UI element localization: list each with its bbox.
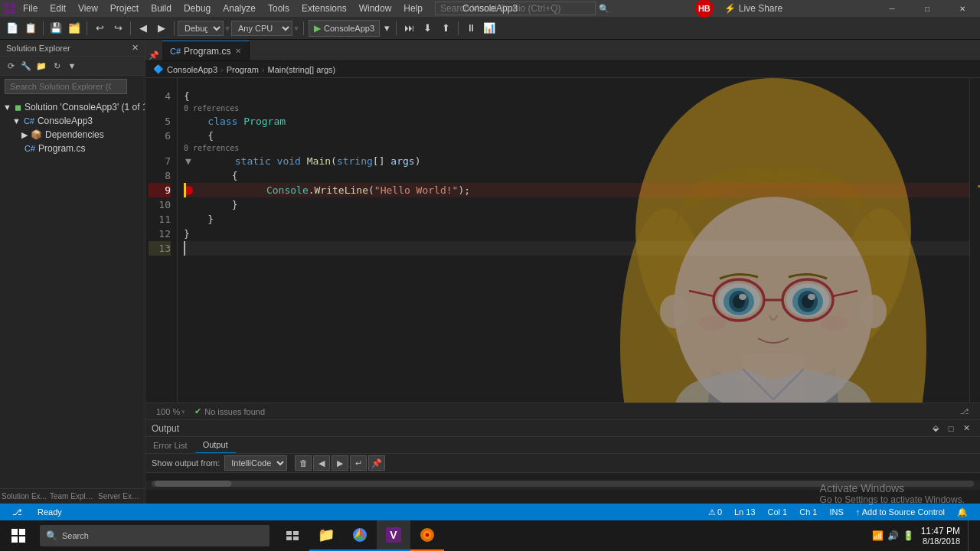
- sidebar-close-btn[interactable]: ✕: [132, 43, 139, 53]
- scrollbar-thumb[interactable]: [155, 481, 231, 487]
- code-line-13[interactable]: [184, 241, 980, 256]
- status-ins[interactable]: INS: [823, 507, 849, 517]
- git-icon-area[interactable]: ⎇: [956, 407, 974, 416]
- network-icon[interactable]: 📶: [871, 520, 886, 551]
- programcs-label: Program.cs: [38, 143, 85, 154]
- menu-view[interactable]: View: [72, 0, 104, 17]
- menu-window[interactable]: Window: [353, 0, 398, 17]
- right-scrollbar[interactable]: [969, 78, 980, 403]
- status-col[interactable]: Col 1: [762, 507, 794, 517]
- solution-explorer-search[interactable]: [5, 79, 127, 94]
- breakpoints-btn[interactable]: ⏸: [462, 20, 479, 37]
- run-button[interactable]: ▶ ConsoleApp3: [309, 20, 380, 37]
- search-icon[interactable]: 🔍: [599, 4, 609, 14]
- undo-btn[interactable]: ↩: [91, 20, 108, 37]
- start-button[interactable]: [0, 520, 37, 551]
- step-over-btn[interactable]: ⏭: [400, 20, 417, 37]
- refresh-btn[interactable]: ↻: [49, 58, 64, 73]
- status-ready[interactable]: Ready: [31, 504, 68, 520]
- menu-extensions[interactable]: Extensions: [296, 0, 353, 17]
- show-all-files-btn[interactable]: 📁: [34, 58, 49, 73]
- collapse-arrow-7[interactable]: ▼: [184, 154, 193, 168]
- tree-project[interactable]: ▼ C# ConsoleApp3: [0, 114, 145, 128]
- show-desktop-btn[interactable]: [968, 520, 974, 551]
- save-btn[interactable]: 💾: [47, 20, 64, 37]
- new-project-btn[interactable]: 📄: [4, 20, 21, 37]
- tree-solution[interactable]: ▼ ◼ Solution 'ConsoleApp3' (1 of 1 proje…: [0, 100, 145, 114]
- status-ln[interactable]: Ln 13: [728, 507, 762, 517]
- avatar[interactable]: HB: [695, 0, 714, 18]
- tree-programcs[interactable]: C# Program.cs: [0, 142, 145, 155]
- taskbar-search[interactable]: 🔍 Search: [40, 525, 270, 546]
- menu-build[interactable]: Build: [145, 0, 178, 17]
- minimize-button[interactable]: ─: [874, 0, 910, 17]
- step-out-btn[interactable]: ⬆: [437, 20, 454, 37]
- add-item-btn[interactable]: 📋: [22, 20, 39, 37]
- menu-help[interactable]: Help: [397, 0, 429, 17]
- back-btn[interactable]: ◀: [135, 20, 152, 37]
- output-pin-btn[interactable]: 📌: [368, 455, 385, 471]
- sync-btn[interactable]: ⟳: [3, 58, 18, 73]
- tab-programcs-close[interactable]: ✕: [235, 47, 241, 55]
- volume-icon[interactable]: 🔊: [886, 520, 901, 551]
- output-wrap-btn[interactable]: ↵: [350, 455, 367, 471]
- clock[interactable]: 11:47 PM 8/18/2018: [916, 526, 965, 546]
- sidebar-tab-solution[interactable]: Solution Ex...: [0, 489, 48, 504]
- bc-method[interactable]: Main(string[] args): [268, 65, 336, 74]
- properties-btn[interactable]: 🔧: [18, 58, 34, 73]
- status-source-control[interactable]: ⎇: [6, 504, 31, 520]
- tab-programcs[interactable]: C# Program.cs ✕: [162, 41, 250, 60]
- performance-btn[interactable]: 📊: [481, 20, 498, 37]
- deps-expand-icon: ▶: [21, 130, 28, 140]
- bc-project[interactable]: ConsoleApp3: [167, 65, 217, 74]
- output-float-btn[interactable]: ⬙: [928, 421, 943, 436]
- sidebar-tab-team[interactable]: Team Explo...: [48, 489, 96, 504]
- issues-indicator[interactable]: ✔ No issues found: [190, 406, 270, 416]
- output-source-select[interactable]: IntelliCode Build Debug: [224, 455, 287, 471]
- svg-rect-0: [5, 3, 9, 8]
- statusbar: ⎇ Ready ⚠ 0 Ln 13 Col 1 Ch 1 INS ↑ Add t…: [0, 504, 980, 520]
- battery-icon[interactable]: 🔋: [901, 520, 916, 551]
- menu-tools[interactable]: Tools: [262, 0, 296, 17]
- close-button[interactable]: ✕: [945, 0, 980, 17]
- output-maximize-btn[interactable]: □: [943, 421, 959, 436]
- menu-edit[interactable]: Edit: [44, 0, 72, 17]
- tab-error-list[interactable]: Error List: [145, 437, 195, 453]
- taskbar-vs[interactable]: V: [377, 520, 410, 551]
- status-add-source-control[interactable]: ↑ Add to Source Control: [850, 507, 951, 517]
- code-content[interactable]: { 0 references class Program { 0 referen…: [178, 78, 980, 403]
- sidebar-tab-server[interactable]: Server Explo...: [96, 489, 145, 504]
- clock-time: 11:47 PM: [921, 526, 960, 536]
- h-scrollbar[interactable]: [145, 481, 980, 490]
- maximize-button[interactable]: □: [910, 0, 945, 17]
- output-close-btn[interactable]: ✕: [959, 421, 974, 436]
- cpu-config-combo[interactable]: Any CPU x64: [231, 21, 292, 36]
- code-indent-9: [194, 183, 266, 197]
- output-clear-btn[interactable]: 🗑: [295, 455, 312, 471]
- taskbar-firefox[interactable]: [410, 520, 444, 551]
- tb-run-dropdown[interactable]: ▾: [381, 20, 392, 37]
- bc-namespace[interactable]: Program: [227, 65, 259, 74]
- menu-project[interactable]: Project: [104, 0, 145, 17]
- step-into-btn[interactable]: ⬇: [419, 20, 436, 37]
- status-notifications[interactable]: 🔔: [951, 507, 974, 517]
- status-errors[interactable]: ⚠ 0: [702, 507, 728, 517]
- menu-file[interactable]: File: [17, 0, 44, 17]
- status-ch[interactable]: Ch 1: [793, 507, 823, 517]
- redo-btn[interactable]: ↪: [109, 20, 126, 37]
- tab-output[interactable]: Output: [195, 437, 236, 453]
- zoom-control[interactable]: 100 % ▾: [152, 407, 190, 416]
- forward-btn[interactable]: ▶: [153, 20, 170, 37]
- menu-analyze[interactable]: Analyze: [217, 0, 262, 17]
- output-prev-btn[interactable]: ◀: [313, 455, 330, 471]
- debug-config-combo[interactable]: Debug Release: [178, 21, 224, 36]
- taskview-button[interactable]: [276, 520, 309, 551]
- live-share-button[interactable]: ⚡ Live Share: [718, 3, 789, 14]
- taskbar-chrome[interactable]: [343, 520, 377, 551]
- taskbar-explorer[interactable]: 📁: [309, 520, 343, 551]
- menu-debug[interactable]: Debug: [178, 0, 217, 17]
- collapse-all-btn[interactable]: ▼: [64, 58, 80, 73]
- save-all-btn[interactable]: 🗂️: [66, 20, 83, 37]
- output-next-btn[interactable]: ▶: [332, 455, 348, 471]
- tree-dependencies[interactable]: ▶ 📦 Dependencies: [0, 128, 145, 142]
